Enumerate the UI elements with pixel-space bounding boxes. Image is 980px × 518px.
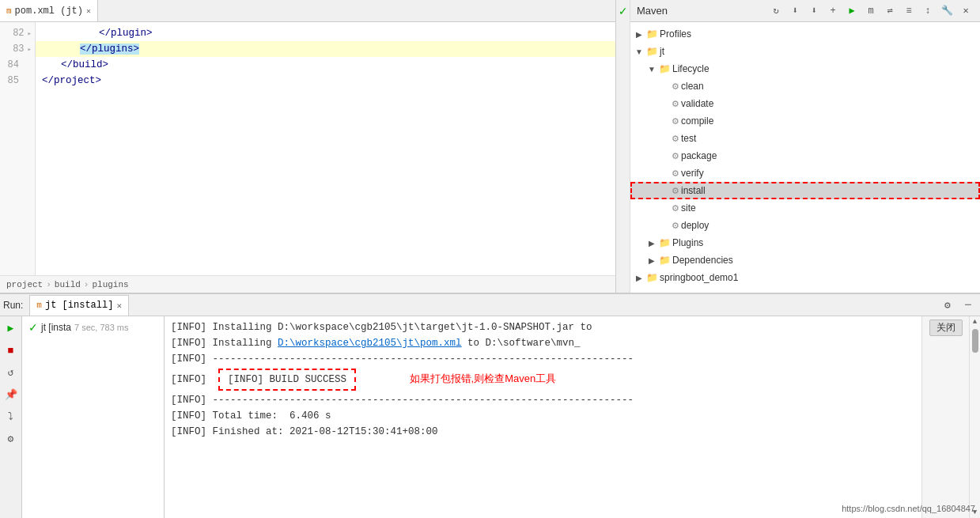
code-line-84: </build> [36, 57, 615, 73]
run-tab-m-icon: m [36, 301, 42, 310]
gear-icon-deploy: ⚙ [672, 221, 679, 231]
tree-label-plugins: Plugins [672, 237, 703, 248]
tree-item-dependencies[interactable]: ▶ 📁 Dependencies [630, 251, 980, 269]
maven-add-btn[interactable]: + [825, 3, 841, 19]
tree-label-verify: verify [681, 168, 704, 179]
maven-close-btn[interactable]: ✕ [958, 3, 974, 19]
run-scroll-btn[interactable]: ⤵ [2, 408, 20, 425]
maven-check-bar: ✓ [616, 0, 630, 293]
tree-item-lifecycle[interactable]: ▼ 📁 Lifecycle [630, 60, 980, 78]
tree-label-site: site [681, 202, 696, 214]
code-line-83: </plugins> [36, 41, 615, 57]
tree-expand-dependencies: ▶ [646, 256, 657, 265]
tree-item-deploy[interactable]: ⚙ deploy [630, 217, 980, 234]
tree-item-site[interactable]: ⚙ site [630, 199, 980, 217]
run-pin-btn[interactable]: 📌 [2, 386, 20, 403]
run-header-right: ⚙ ─ [939, 297, 977, 314]
tree-expand-springboot: ▶ [634, 274, 645, 282]
folder-icon-lifecycle: 📁 [659, 63, 671, 74]
run-settings2-btn[interactable]: ⚙ [2, 430, 20, 448]
tree-label-test: test [681, 133, 696, 144]
tree-label-jt: jt [660, 46, 664, 57]
tree-label-package: package [681, 150, 717, 161]
line-numbers: 82▸ 83▸ 84 85 [0, 22, 36, 275]
run-tab-active-label: jt [install] [45, 300, 113, 311]
folder-icon-springboot: 📁 [646, 272, 658, 283]
build-success-text: [INFO] BUILD SUCCESS [228, 374, 346, 385]
tree-expand-jt: ▼ [634, 47, 645, 56]
fold-icon-82[interactable]: ▸ [28, 29, 32, 38]
run-stop-btn[interactable]: ■ [2, 342, 20, 359]
tree-item-test[interactable]: ⚙ test [630, 130, 980, 147]
run-tab-install[interactable]: m jt [install] ✕ [29, 295, 129, 316]
run-process-time: 7 sec, 783 ms [74, 323, 128, 332]
annotation-label: 如果打包报错,则检查Maven工具 [410, 372, 557, 384]
tree-item-profiles[interactable]: ▶ 📁 Profiles [630, 25, 980, 43]
tree-expand-plugins: ▶ [646, 239, 657, 248]
tab-close-icon[interactable]: ✕ [86, 6, 91, 16]
output-line-1: [INFO] Installing D:\workspace\cgb2105\j… [171, 319, 915, 335]
run-minimize-btn[interactable]: ─ [959, 297, 977, 314]
maven-panel: Maven ↻ ⬇ ⬇ + ▶ m ⇌ ≡ ↕ 🔧 ✕ ▶ [630, 0, 980, 293]
code-line-82: </plugin> [36, 25, 615, 41]
maven-m-btn[interactable]: m [863, 3, 879, 19]
output-line-3: [INFO] ---------------------------------… [171, 351, 915, 367]
gear-icon-install: ⚙ [672, 186, 679, 196]
tree-item-jt[interactable]: ▼ 📁 jt [630, 43, 980, 60]
run-process-item[interactable]: ✓ jt [insta 7 sec, 783 ms [25, 319, 161, 335]
breadcrumb-plugins: plugins [92, 280, 128, 289]
folder-icon-plugins: 📁 [659, 237, 671, 248]
tree-label-compile: compile [681, 115, 713, 127]
tree-label-install: install [681, 185, 706, 196]
tree-label-clean: clean [681, 81, 704, 92]
maven-run-btn[interactable]: ▶ [844, 3, 860, 19]
tree-item-springboot[interactable]: ▶ 📁 springboot_demo1 [630, 269, 980, 286]
tree-item-install[interactable]: ⚙ install [630, 182, 980, 199]
run-sidebar: ▶ ■ ↺ 📌 ⤵ ⚙ [0, 316, 22, 518]
editor-tab-pom[interactable]: m pom.xml (jt) ✕ [0, 0, 98, 21]
maven-lifecycle-btn[interactable]: ≡ [901, 3, 917, 19]
fold-icon-83[interactable]: ▸ [28, 45, 32, 54]
run-rerun-btn[interactable]: ↺ [2, 364, 20, 381]
output-line-5: [INFO] ---------------------------------… [171, 392, 915, 408]
breadcrumb-sep-1: › [46, 280, 51, 289]
maven-download-btn[interactable]: ⬇ [806, 3, 822, 19]
run-content: ▶ ■ ↺ 📌 ⤵ ⚙ ✓ jt [insta 7 sec, 783 ms [I… [0, 316, 980, 518]
tree-expand-profiles: ▶ [634, 30, 645, 39]
folder-icon-profiles: 📁 [646, 28, 658, 40]
maven-toggle-btn[interactable]: ⇌ [882, 3, 898, 19]
run-settings-btn[interactable]: ⚙ [939, 297, 956, 314]
close-button[interactable]: 关闭 [929, 319, 963, 336]
maven-side-panel: ✓ Maven ↻ ⬇ ⬇ + ▶ m ⇌ ≡ ↕ 🔧 ✕ [616, 0, 980, 293]
output-line-2: [INFO] Installing D:\workspace\cgb2105\j… [171, 335, 915, 351]
tree-label-springboot: springboot_demo1 [660, 272, 738, 283]
line-num-85: 85 [3, 75, 19, 86]
build-success-box: [INFO] BUILD SUCCESS [218, 369, 356, 391]
maven-refresh-btn[interactable]: ↻ [768, 3, 784, 19]
scroll-up-btn[interactable]: ▲ [970, 316, 980, 327]
run-tab-close-icon[interactable]: ✕ [116, 301, 122, 311]
folder-icon-dependencies: 📁 [659, 255, 671, 266]
run-label: Run: [3, 300, 23, 311]
tree-item-verify[interactable]: ⚙ verify [630, 164, 980, 182]
tree-item-compile[interactable]: ⚙ compile [630, 112, 980, 130]
maven-settings-btn[interactable]: 🔧 [939, 3, 955, 19]
tree-item-validate[interactable]: ⚙ validate [630, 95, 980, 112]
scroll-thumb[interactable] [972, 329, 978, 353]
maven-check-icon: ✓ [619, 3, 627, 19]
maven-source-btn[interactable]: ↕ [920, 3, 936, 19]
run-play-btn[interactable]: ▶ [2, 319, 20, 337]
maven-reimport-btn[interactable]: ⬇ [787, 3, 803, 19]
maven-title: Maven [637, 5, 668, 17]
run-right-panel: 关闭 [921, 316, 969, 518]
pom-xml-link[interactable]: D:\workspace\cgb2105\jt\pom.xml [278, 338, 462, 349]
tree-label-profiles: Profiles [660, 28, 691, 40]
run-output: [INFO] Installing D:\workspace\cgb2105\j… [165, 316, 921, 518]
tree-item-plugins[interactable]: ▶ 📁 Plugins [630, 234, 980, 251]
tree-label-dependencies: Dependencies [672, 255, 733, 266]
tree-item-package[interactable]: ⚙ package [630, 147, 980, 164]
tree-label-lifecycle: Lifecycle [672, 63, 709, 74]
tree-item-clean[interactable]: ⚙ clean [630, 78, 980, 95]
build-success-container: [INFO] [INFO] BUILD SUCCESS 如果打包报错,则检查Ma… [171, 369, 915, 391]
output-line-4-pre: [INFO] [171, 374, 213, 385]
